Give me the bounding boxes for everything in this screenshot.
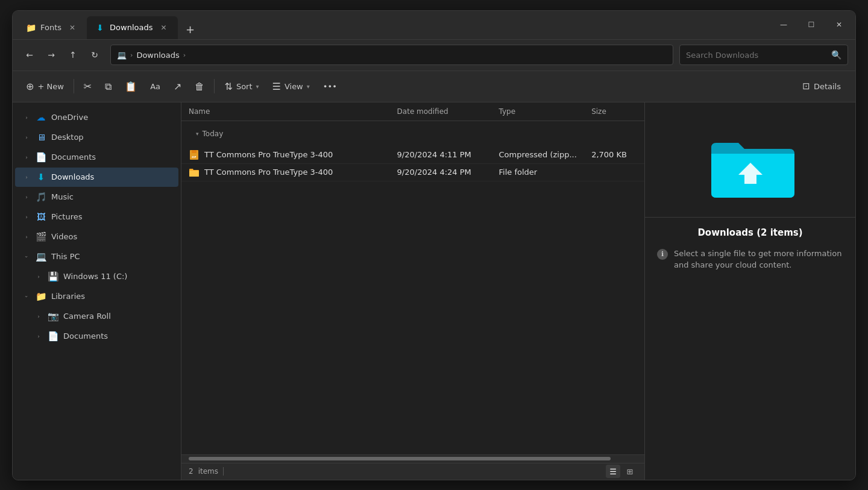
- view-icon: ☰: [272, 81, 281, 92]
- rename-icon: Aa: [150, 82, 160, 91]
- downloads-tab-close[interactable]: ✕: [157, 22, 169, 34]
- col-name[interactable]: Name: [181, 102, 390, 121]
- details-button[interactable]: ⊡ Details: [795, 75, 848, 97]
- svg-text:ZIP: ZIP: [192, 155, 196, 159]
- details-info: ℹ Select a single file to get more infor…: [645, 248, 855, 271]
- sidebar-item-onedrive[interactable]: › ☁ OneDrive: [15, 108, 178, 127]
- refresh-button[interactable]: ↻: [85, 45, 104, 64]
- view-toggle-group: ☰ ⊞: [606, 465, 637, 478]
- address-bar[interactable]: 💻 › Downloads ›: [110, 45, 673, 65]
- table-row[interactable]: ZIP TT Commons Pro TrueType 3-400 9/20/2…: [181, 146, 644, 164]
- tab-fonts[interactable]: 📁 Fonts ✕: [17, 16, 87, 39]
- file2-size: [584, 163, 644, 181]
- svg-rect-1: [192, 150, 197, 153]
- tab-strip: 📁 Fonts ✕ ⬇ Downloads ✕ +: [13, 11, 770, 39]
- sidebar-item-videos[interactable]: › 🎬 Videos: [15, 227, 178, 247]
- desktop-chevron-icon: ›: [22, 133, 31, 142]
- scrollbar-area: [181, 454, 644, 463]
- info-icon: ℹ: [657, 249, 668, 260]
- list-view-button[interactable]: ☰: [606, 465, 620, 478]
- cameraroll-icon: 📷: [48, 311, 58, 322]
- view-button[interactable]: ☰ View ▾: [266, 75, 316, 97]
- downloads-sidebar-chevron-icon: ›: [22, 173, 31, 181]
- tab-downloads[interactable]: ⬇ Downloads ✕: [87, 16, 178, 39]
- sidebar-item-cameraroll[interactable]: › 📷 Camera Roll: [15, 307, 178, 326]
- file-list[interactable]: Name Date modified Type Size ▾: [181, 102, 644, 454]
- search-icon: 🔍: [831, 50, 841, 60]
- more-button[interactable]: •••: [317, 75, 343, 97]
- downloads-folder-svg: [705, 130, 796, 202]
- back-button[interactable]: ←: [20, 45, 39, 64]
- view-label: View: [285, 82, 303, 91]
- sidebar-item-desktop[interactable]: › 🖥 Desktop: [15, 128, 178, 147]
- address-sep-1: ›: [130, 51, 133, 59]
- address-folder: Downloads: [136, 51, 179, 60]
- sort-button[interactable]: ⇅ Sort ▾: [218, 75, 265, 97]
- group-header-today[interactable]: ▾ Today: [181, 121, 644, 146]
- documents2-label: Documents: [63, 331, 108, 341]
- view-chevron-icon: ▾: [307, 83, 310, 90]
- sidebar-item-windows[interactable]: › 💾 Windows 11 (C:): [15, 267, 178, 286]
- details-divider: [645, 217, 855, 218]
- items-label: items: [198, 467, 218, 476]
- file-table-header: Name Date modified Type Size: [181, 102, 644, 121]
- sidebar-item-pictures[interactable]: › 🖼 Pictures: [15, 207, 178, 227]
- paste-button[interactable]: 📋: [119, 75, 143, 97]
- col-date[interactable]: Date modified: [390, 102, 492, 121]
- downloads-tab-icon: ⬇: [95, 23, 105, 33]
- paste-icon: 📋: [125, 81, 137, 92]
- sidebar-item-documents2[interactable]: › 📄 Documents: [15, 327, 178, 346]
- sidebar-item-downloads[interactable]: › ⬇ Downloads: [15, 168, 178, 187]
- cut-button[interactable]: ✂: [78, 75, 98, 97]
- grid-view-button[interactable]: ⊞: [623, 465, 637, 478]
- file2-type: File folder: [492, 163, 585, 181]
- share-button[interactable]: ↗: [168, 75, 187, 97]
- table-row[interactable]: TT Commons Pro TrueType 3-400 9/20/2024 …: [181, 163, 644, 181]
- music-label: Music: [51, 192, 74, 201]
- windows-chevron-icon: ›: [34, 272, 43, 281]
- close-button[interactable]: ✕: [825, 10, 853, 39]
- forward-button[interactable]: →: [42, 45, 61, 64]
- new-label: + New: [37, 82, 63, 91]
- fonts-tab-close[interactable]: ✕: [66, 22, 78, 34]
- music-icon: 🎵: [36, 192, 46, 203]
- delete-button[interactable]: 🗑: [189, 75, 210, 97]
- file1-type: Compressed (zipp...: [492, 146, 585, 164]
- minimize-button[interactable]: —: [770, 10, 797, 39]
- details-folder-illustration: [702, 127, 799, 205]
- scrollbar-thumb[interactable]: [189, 457, 611, 460]
- up-button[interactable]: ↑: [63, 45, 83, 64]
- new-icon: ⊕: [26, 81, 34, 92]
- new-tab-button[interactable]: +: [180, 20, 200, 39]
- thispc-label: This PC: [51, 252, 80, 261]
- file-explorer-window: 📁 Fonts ✕ ⬇ Downloads ✕ + — ☐ ✕ ← → ↑ ↻ …: [12, 10, 856, 480]
- search-input[interactable]: [686, 51, 826, 60]
- documents2-icon: 📄: [48, 331, 58, 342]
- sort-icon: ⇅: [224, 81, 232, 92]
- windows-icon: 💾: [48, 271, 58, 282]
- onedrive-label: OneDrive: [51, 113, 88, 122]
- sidebar-item-music[interactable]: › 🎵 Music: [15, 187, 178, 207]
- pictures-label: Pictures: [51, 212, 82, 221]
- item-count: 2: [189, 467, 193, 476]
- col-type[interactable]: Type: [492, 102, 585, 121]
- title-bar: 📁 Fonts ✕ ⬇ Downloads ✕ + — ☐ ✕: [13, 11, 855, 40]
- new-button[interactable]: ⊕ + New: [20, 75, 70, 97]
- onedrive-icon: ☁: [36, 112, 46, 123]
- sidebar-item-thispc[interactable]: › 💻 This PC: [15, 247, 178, 266]
- list-view-icon: ☰: [609, 467, 617, 476]
- onedrive-chevron-icon: ›: [22, 113, 31, 122]
- rename-button[interactable]: Aa: [144, 75, 166, 97]
- documents-icon: 📄: [36, 152, 46, 163]
- copy-button[interactable]: ⧉: [99, 75, 118, 97]
- documents2-chevron-icon: ›: [34, 332, 43, 341]
- sidebar-item-libraries[interactable]: › 📁 Libraries: [15, 287, 178, 306]
- file2-name: TT Commons Pro TrueType 3-400: [204, 168, 333, 177]
- search-bar[interactable]: 🔍: [679, 45, 848, 65]
- horizontal-scrollbar[interactable]: [189, 457, 611, 460]
- sidebar: › ☁ OneDrive › 🖥 Desktop › 📄 Documents ›…: [13, 102, 181, 480]
- col-size[interactable]: Size: [584, 102, 644, 121]
- sidebar-item-documents[interactable]: › 📄 Documents: [15, 148, 178, 167]
- maximize-button[interactable]: ☐: [797, 10, 825, 39]
- grid-view-icon: ⊞: [627, 467, 634, 476]
